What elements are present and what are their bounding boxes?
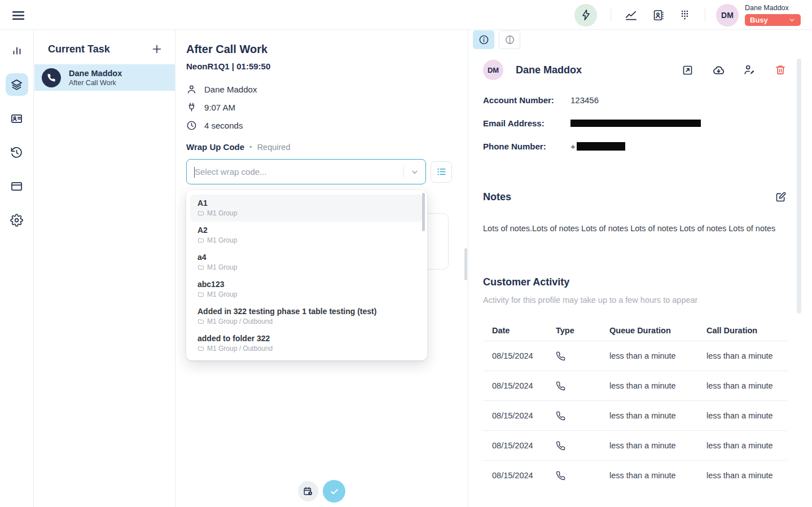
trash-icon xyxy=(775,64,786,76)
left-nav-rail xyxy=(0,30,34,507)
tab-profile-compare[interactable] xyxy=(499,30,520,49)
wrap-code-select[interactable] xyxy=(186,159,426,184)
current-task-panel: Current Task Dane Maddox After Call Work xyxy=(34,30,175,507)
queue-name: NeonR1Q1 xyxy=(186,61,230,71)
redacted-phone-value xyxy=(577,142,625,151)
wrap-code-option[interactable]: a4 M1 Group xyxy=(186,249,427,276)
column-queue-duration: Queue Duration xyxy=(609,326,706,335)
dropdown-scrollbar[interactable] xyxy=(422,193,425,231)
tab-profile-info[interactable] xyxy=(473,30,494,49)
table-row[interactable]: 08/15/2024 less than a minute less than … xyxy=(483,371,787,400)
add-task-button[interactable] xyxy=(150,42,164,56)
task-contact-name: Dane Maddox xyxy=(69,69,122,78)
quick-connect-button[interactable] xyxy=(574,4,597,27)
wrap-code-option[interactable]: A1 M1 Group xyxy=(190,195,423,222)
person-icon xyxy=(186,84,197,95)
task-panel-title: Current Task xyxy=(48,43,110,55)
history-icon xyxy=(10,146,23,159)
plug-icon xyxy=(186,102,197,113)
phone-prefix: + xyxy=(570,142,576,151)
chevron-down-icon xyxy=(788,16,796,24)
contact-meta-row: Dane Maddox xyxy=(186,84,468,95)
table-row[interactable]: 08/15/2024 less than a minute less than … xyxy=(483,460,787,490)
column-date: Date xyxy=(483,326,556,335)
profile-scrollbar[interactable] xyxy=(797,59,801,314)
divider xyxy=(705,8,705,22)
clock-icon xyxy=(186,120,197,131)
wrap-code-option[interactable]: added to folder 322 M1 Group / Outbound xyxy=(186,330,427,357)
task-list-item[interactable]: Dane Maddox After Call Work xyxy=(34,64,175,91)
edit-notes-button[interactable] xyxy=(774,190,787,204)
customer-activity-subtitle: Activity for this profile may take up to… xyxy=(483,296,787,305)
lightning-icon xyxy=(580,9,592,21)
table-header-row: Date Type Queue Duration Call Duration xyxy=(483,320,787,341)
download-profile-button[interactable] xyxy=(712,63,725,77)
panel-scrollbar[interactable] xyxy=(464,248,467,280)
info-icon xyxy=(479,34,489,45)
sidebar-item-history[interactable] xyxy=(6,141,28,164)
phone-number-label: Phone Number: xyxy=(483,142,570,151)
gear-icon xyxy=(10,214,23,227)
window-icon xyxy=(10,180,23,193)
user-block: Dane Maddox Busy xyxy=(745,4,801,26)
redacted-email-value xyxy=(570,120,701,127)
sidebar-item-browser[interactable] xyxy=(6,175,28,197)
wrap-code-list-button[interactable] xyxy=(431,161,452,183)
schedule-callback-button[interactable] xyxy=(298,481,318,501)
phone-number-row: Phone Number: + xyxy=(483,142,787,151)
folder-icon xyxy=(197,345,204,352)
notes-section-header: Notes xyxy=(483,190,787,204)
account-number-value: 123456 xyxy=(570,95,599,105)
contact-card-icon xyxy=(10,112,23,125)
table-row[interactable]: 08/15/2024 less than a minute less than … xyxy=(483,430,787,460)
dialpad-icon xyxy=(679,9,691,21)
dialpad-button[interactable] xyxy=(678,8,691,22)
column-type: Type xyxy=(556,326,609,335)
user-avatar[interactable]: DM xyxy=(716,4,739,27)
call-duration: 4 seconds xyxy=(204,121,243,130)
contacts-directory-button[interactable] xyxy=(651,8,665,22)
sidebar-item-settings[interactable] xyxy=(6,209,28,231)
pencil-square-icon xyxy=(775,191,787,203)
acw-title: After Call Work xyxy=(186,43,468,56)
hamburger-menu-button[interactable] xyxy=(10,7,26,23)
account-number-label: Account Number: xyxy=(483,95,570,105)
phone-icon xyxy=(556,351,565,361)
table-row[interactable]: 08/15/2024 less than a minute less than … xyxy=(483,400,787,430)
customer-activity-table: Date Type Queue Duration Call Duration 0… xyxy=(483,320,787,490)
folder-icon xyxy=(197,291,204,298)
select-chevron-button[interactable] xyxy=(404,167,425,177)
start-time-meta-row: 9:07 AM xyxy=(186,102,468,113)
duration-meta-row: 4 seconds xyxy=(186,120,468,131)
user-name: Dane Maddox xyxy=(745,4,789,12)
wrap-code-option[interactable]: A2 M1 Group xyxy=(186,222,427,249)
notes-text: Lots of notes.Lots of notes Lots of note… xyxy=(483,223,787,235)
sidebar-item-contacts[interactable] xyxy=(6,107,28,130)
wrap-code-input[interactable] xyxy=(187,160,403,184)
sidebar-item-tasks[interactable] xyxy=(6,73,28,96)
wrap-up-code-label: Wrap Up Code xyxy=(186,142,244,152)
status-label: Busy xyxy=(750,16,768,24)
analytics-button[interactable] xyxy=(624,8,638,22)
table-row[interactable]: 08/15/2024 less than a minute less than … xyxy=(483,341,787,371)
sidebar-item-dashboard[interactable] xyxy=(6,39,28,62)
complete-task-button[interactable] xyxy=(323,480,345,502)
split-circle-icon xyxy=(504,34,515,45)
line-chart-icon xyxy=(625,8,638,21)
task-avatar xyxy=(42,68,61,87)
notes-title: Notes xyxy=(483,191,511,203)
wrap-code-option[interactable]: Added in 322 testing phase 1 table testi… xyxy=(186,303,427,330)
wrap-code-option[interactable]: abc123 M1 Group xyxy=(186,276,427,303)
app-root: DM Dane Maddox Busy xyxy=(0,0,812,507)
contact-header: DM Dane Maddox xyxy=(483,60,787,80)
edit-contact-button[interactable] xyxy=(743,63,756,77)
status-dropdown[interactable]: Busy xyxy=(745,14,801,26)
account-number-row: Account Number: 123456 xyxy=(483,95,787,104)
folder-icon xyxy=(197,210,204,217)
check-icon xyxy=(329,486,340,497)
external-link-icon xyxy=(682,64,694,76)
delete-contact-button[interactable] xyxy=(774,63,787,77)
open-profile-button[interactable] xyxy=(681,63,694,77)
separator: | xyxy=(232,61,234,71)
folder-icon xyxy=(197,237,204,244)
